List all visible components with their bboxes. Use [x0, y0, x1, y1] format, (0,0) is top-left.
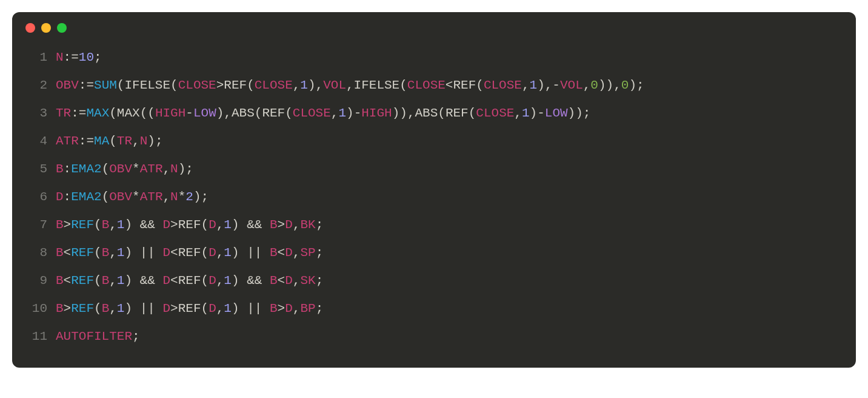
code-token: > — [278, 302, 285, 315]
code-token: 1 — [117, 274, 125, 288]
code-token: > — [278, 218, 285, 232]
code-token: TR — [56, 106, 71, 120]
code-token: || — [140, 246, 163, 260]
code-token: ABS — [232, 106, 255, 120]
code-token: || — [247, 246, 270, 260]
line-number: 5 — [12, 155, 56, 183]
code-token: ; — [316, 302, 324, 315]
code-token: ( — [94, 302, 102, 315]
code-token: , — [514, 106, 522, 120]
close-icon[interactable] — [25, 23, 35, 33]
code-token: ; — [316, 246, 324, 260]
code-token: )), — [392, 106, 415, 120]
code-line: 9B<REF(B,1) && D<REF(D,1) && B<D,SK; — [12, 267, 839, 295]
code-token: ( — [102, 162, 110, 176]
code-token: OBV — [109, 190, 132, 204]
code-token: , — [293, 78, 301, 92]
code-token: ( — [94, 274, 102, 288]
code-token: ),- — [537, 78, 560, 92]
code-token: D — [163, 302, 171, 315]
code-token: < — [64, 246, 72, 260]
code-token: EMA2 — [71, 162, 101, 176]
code-token: REF — [224, 78, 247, 92]
line-number: 4 — [12, 127, 56, 155]
code-token: )), — [598, 78, 621, 92]
code-token: ; — [132, 329, 140, 343]
code-token: AUTOFILTER — [56, 329, 132, 343]
code-token: , — [109, 302, 117, 315]
code-token: BP — [300, 302, 315, 315]
code-token: IFELSE — [124, 78, 170, 92]
code-token: REF — [178, 274, 201, 288]
code-line: 8B<REF(B,1) || D<REF(D,1) || B<D,SP; — [12, 239, 839, 267]
code-token: , — [583, 78, 591, 92]
code-token: 1 — [522, 106, 530, 120]
line-number: 3 — [12, 100, 56, 127]
code-token: B — [102, 302, 110, 315]
zoom-icon[interactable] — [57, 23, 67, 33]
code-token: D — [285, 246, 293, 260]
code-token: := — [79, 78, 94, 92]
line-number: 11 — [12, 323, 56, 351]
code-token: ) — [124, 218, 139, 232]
code-token: B — [56, 302, 64, 315]
code-token: , — [109, 246, 117, 260]
code-token: D — [209, 302, 216, 315]
code-token: MAX — [117, 106, 140, 120]
code-content: B>REF(B,1) && D>REF(D,1) && B>D,BK; — [56, 211, 839, 239]
code-content: D:EMA2(OBV*ATR,N*2); — [56, 183, 839, 211]
code-token: ( — [102, 190, 110, 204]
code-token: ( — [201, 218, 209, 232]
code-token: > — [170, 218, 178, 232]
code-token: D — [163, 274, 171, 288]
code-token: B — [56, 274, 64, 288]
code-token: CLOSE — [484, 78, 522, 92]
code-token: CLOSE — [255, 78, 293, 92]
code-content: ATR:=MA(TR,N); — [56, 127, 839, 155]
code-token: , — [216, 302, 224, 315]
code-content: AUTOFILTER; — [56, 323, 839, 351]
code-token: CLOSE — [178, 78, 216, 92]
code-token: EMA2 — [71, 190, 101, 204]
code-token: HIGH — [361, 106, 392, 120]
code-token: N — [170, 190, 178, 204]
code-token: , — [293, 302, 301, 315]
code-token: - — [185, 106, 193, 120]
code-token: < — [170, 246, 178, 260]
code-token: D — [209, 218, 216, 232]
code-token: , — [216, 218, 224, 232]
minimize-icon[interactable] — [41, 23, 51, 33]
code-token: B — [270, 274, 278, 288]
code-token: ABS — [415, 106, 438, 120]
line-number: 1 — [12, 44, 56, 72]
code-token: := — [79, 134, 94, 148]
code-token: ) — [124, 246, 139, 260]
code-token: D — [285, 302, 293, 315]
code-token: ), — [308, 78, 323, 92]
code-line: 6D:EMA2(OBV*ATR,N*2); — [12, 183, 839, 211]
code-token: )- — [530, 106, 545, 120]
code-token: )- — [346, 106, 361, 120]
code-token: ( — [94, 246, 102, 260]
code-content: B<REF(B,1) && D<REF(D,1) && B<D,SK; — [56, 267, 839, 295]
code-token: || — [140, 302, 163, 315]
code-token: REF — [71, 274, 94, 288]
code-token: > — [64, 218, 72, 232]
code-token: B — [102, 246, 110, 260]
code-token: ); — [629, 78, 644, 92]
code-token: TR — [117, 134, 132, 148]
code-token: && — [140, 218, 163, 232]
code-token: B — [56, 246, 64, 260]
code-token: ( — [285, 106, 293, 120]
code-token: ) — [124, 274, 139, 288]
code-content: B>REF(B,1) || D>REF(D,1) || B>D,BP; — [56, 295, 839, 323]
code-token: )); — [568, 106, 591, 120]
code-token: && — [247, 218, 270, 232]
code-token: 1 — [117, 302, 125, 315]
code-token: B — [270, 246, 278, 260]
code-content: B<REF(B,1) || D<REF(D,1) || B<D,SP; — [56, 239, 839, 267]
code-token: CLOSE — [293, 106, 331, 120]
code-token: REF — [71, 302, 94, 315]
code-token: SUM — [94, 78, 117, 92]
code-token: N — [56, 50, 64, 64]
